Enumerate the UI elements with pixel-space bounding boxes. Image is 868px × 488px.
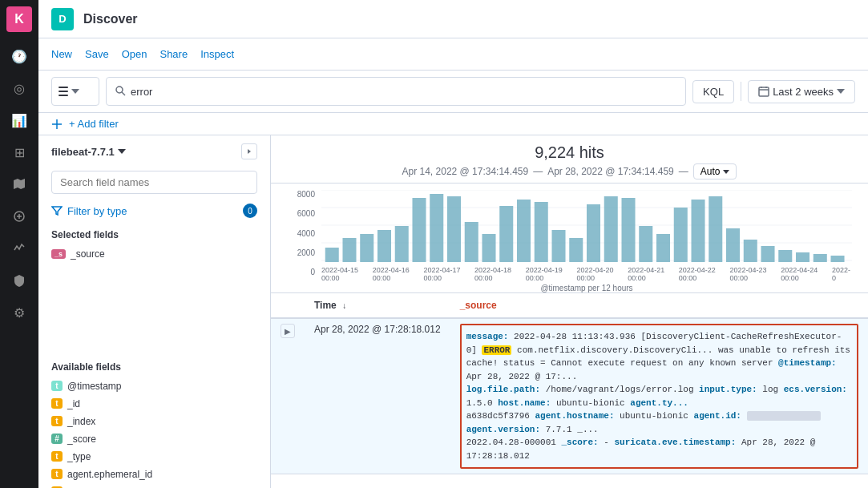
log-val: 7.7.1 _... <box>546 425 599 434</box>
x-label: 2022-04-21 00:00 <box>628 266 679 282</box>
app-logo: D <box>51 8 74 30</box>
field-search-input[interactable] <box>51 171 257 194</box>
filter-by-type-button[interactable]: Filter by type 0 <box>38 200 270 224</box>
ml-icon[interactable] <box>5 202 34 231</box>
date-chevron-icon <box>837 89 845 94</box>
svg-rect-6 <box>759 87 769 96</box>
log-val: Apr 28, 2022 @ 17:... <box>466 372 578 381</box>
log-val: 2022.04.28-000001 <box>466 438 562 447</box>
x-label: 2022-04-22 00:00 <box>679 266 730 282</box>
svg-rect-39 <box>709 196 722 262</box>
apm-icon[interactable] <box>5 234 34 263</box>
field-item[interactable]: t agent.ephemeral_id <box>38 466 270 483</box>
filter-bar: + Add filter <box>38 113 868 135</box>
field-item[interactable]: # _score <box>38 430 270 448</box>
inspect-button[interactable]: Inspect <box>200 45 234 63</box>
x-axis: 2022-04-15 00:00 2022-04-16 00:00 2022-0… <box>321 266 852 282</box>
x-label: 2022-0 <box>832 266 852 282</box>
x-label: 2022-04-17 00:00 <box>423 266 474 282</box>
chevron-down-icon <box>71 89 79 94</box>
auto-label: Auto <box>700 166 721 177</box>
recent-icon[interactable]: 🕐 <box>5 42 34 71</box>
field-type-badge: t <box>51 381 63 391</box>
y-label: 4000 <box>297 229 315 238</box>
svg-rect-42 <box>761 246 775 262</box>
action-bar: New Save Open Share Inspect <box>38 38 868 71</box>
log-key: ecs.version: <box>784 385 847 394</box>
svg-rect-18 <box>342 238 356 262</box>
filter-icon <box>51 205 63 216</box>
selected-fields-list: _s _source <box>38 245 270 357</box>
siem-icon[interactable] <box>5 266 34 295</box>
x-label: 2022-04-18 00:00 <box>474 266 526 282</box>
table-header-row: Time ↓ _source <box>271 293 868 318</box>
chart-x-label: @timestamp per 12 hours <box>321 284 852 292</box>
svg-rect-40 <box>726 228 740 262</box>
date-range-display: Apr 14, 2022 @ 17:34:14.459 — Apr 28, 20… <box>284 163 855 179</box>
log-val: - <box>604 438 614 447</box>
source-cell: message: 2022-04-28 11:13:43.936 [Discov… <box>450 318 868 474</box>
x-label: 2022-04-23 00:00 <box>730 266 781 282</box>
log-entry: message: 2022-04-28 11:13:43.936 [Discov… <box>466 330 852 462</box>
auto-button[interactable]: Auto <box>693 163 737 179</box>
svg-rect-19 <box>360 234 373 262</box>
time-header-label: Time <box>314 300 337 311</box>
date-picker[interactable]: Last 2 weeks <box>748 80 855 103</box>
field-item[interactable]: _s _source <box>38 245 270 263</box>
top-bar: D Discover <box>38 0 868 38</box>
redacted-value <box>747 411 822 421</box>
time-col-header[interactable]: Time ↓ <box>305 293 450 318</box>
add-filter-button[interactable]: + Add filter <box>69 118 119 130</box>
field-type-badge: t <box>51 451 63 462</box>
maps-icon[interactable] <box>5 170 34 199</box>
sidebar-collapse-button[interactable] <box>241 143 257 159</box>
index-pattern-select[interactable]: filebeat-7.7.1 <box>51 146 126 158</box>
field-item[interactable]: t _id <box>38 395 270 413</box>
stack-mgmt-icon[interactable]: ⚙ <box>5 298 34 327</box>
source-header-label: _source <box>460 300 497 311</box>
hits-header: 9,224 hits Apr 14, 2022 @ 17:34:14.459 —… <box>271 135 868 184</box>
svg-rect-31 <box>569 238 583 262</box>
date-separator: — <box>533 166 543 177</box>
discover-icon[interactable]: ◎ <box>5 74 34 103</box>
log-val: ubuntu-bionic <box>556 398 630 408</box>
auto-chevron-icon <box>723 170 729 174</box>
svg-rect-23 <box>430 194 443 262</box>
date-to: Apr 28, 2022 @ 17:34:14.459 <box>547 166 674 177</box>
log-val: /home/vagrant/logs/error.log <box>546 385 699 394</box>
field-item[interactable]: t @timestamp <box>38 377 270 395</box>
field-item[interactable]: t agent.hostname <box>38 483 270 489</box>
field-name: @timestamp <box>67 381 122 392</box>
row-expand-button[interactable]: ▶ <box>281 324 295 338</box>
page-title: Discover <box>83 12 138 26</box>
svg-rect-38 <box>692 200 705 262</box>
log-val: 1.5.0 <box>466 398 499 408</box>
field-name: agent.ephemeral_id <box>67 469 152 480</box>
field-item[interactable]: t _type <box>38 448 270 466</box>
log-val: log <box>762 385 783 394</box>
field-name: _source <box>71 248 105 260</box>
search-input[interactable] <box>131 86 677 98</box>
time-cell: Apr 28, 2022 @ 17:28:18.012 <box>305 318 450 474</box>
svg-rect-29 <box>535 202 548 262</box>
save-button[interactable]: Save <box>85 45 109 63</box>
kibana-logo: K <box>6 6 32 32</box>
new-button[interactable]: New <box>51 45 72 63</box>
chart-bars-area: 2022-04-15 00:00 2022-04-16 00:00 2022-0… <box>321 190 852 292</box>
log-key: log.file.path: <box>466 385 540 394</box>
kql-button[interactable]: KQL <box>692 80 734 103</box>
available-fields-list: t @timestamp t _id t _index # _score <box>38 377 270 489</box>
log-key: agent.id: <box>694 411 741 421</box>
share-button[interactable]: Share <box>159 45 188 63</box>
open-button[interactable]: Open <box>122 45 147 63</box>
dashboard-icon[interactable]: ⊞ <box>5 138 34 167</box>
chart-area: 8000 6000 4000 2000 0 <box>287 190 852 292</box>
svg-rect-22 <box>412 198 426 262</box>
svg-rect-24 <box>447 196 461 262</box>
visualize-icon[interactable]: 📊 <box>5 106 34 135</box>
field-item[interactable]: t _index <box>38 413 270 430</box>
svg-rect-46 <box>831 256 845 262</box>
field-type-badge: t <box>51 416 63 426</box>
svg-rect-43 <box>778 250 792 262</box>
y-label: 8000 <box>297 190 315 199</box>
